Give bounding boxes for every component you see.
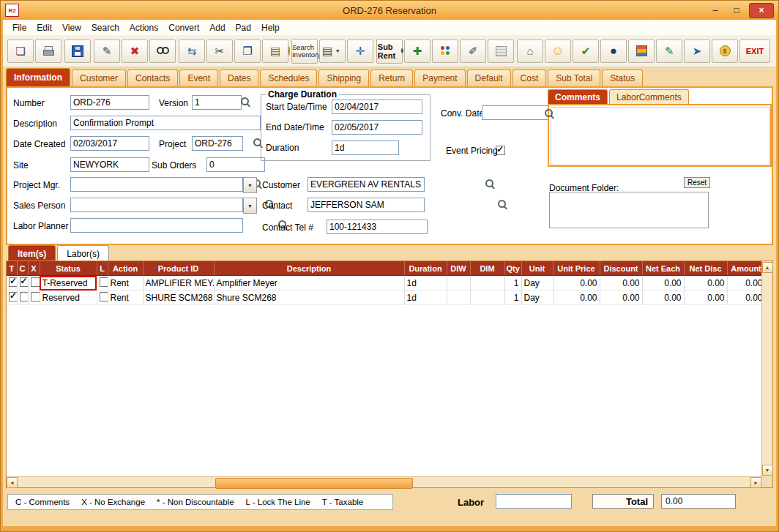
tab-shipping[interactable]: Shipping [318, 70, 369, 86]
col-duration[interactable]: Duration [404, 261, 447, 276]
tab-payment[interactable]: Payment [414, 70, 465, 86]
contact-tel-field[interactable] [327, 220, 428, 234]
menu-file[interactable]: File [9, 21, 33, 34]
tab-information[interactable]: Information [6, 68, 70, 86]
horizontal-scrollbar[interactable]: ◄ ► [7, 476, 761, 487]
project-mgr-field[interactable] [70, 177, 243, 192]
lock-line-checkbox[interactable] [100, 277, 108, 287]
edit-button[interactable]: ✎ [94, 40, 120, 63]
minimize-button[interactable]: – [707, 4, 724, 17]
no-exchange-checkbox[interactable] [31, 292, 40, 301]
menu-convert[interactable]: Convert [165, 21, 206, 34]
edit-line-button[interactable]: ✐ [460, 40, 486, 63]
item-row[interactable]: Reserved Rent SHURE SCM268 Shure SCM268 … [7, 291, 761, 305]
menu-pad[interactable]: Pad [232, 21, 258, 34]
comments-lookup-icon[interactable] [545, 109, 554, 119]
number-field[interactable] [70, 95, 149, 110]
tab-cost[interactable]: Cost [512, 70, 547, 86]
status-cell[interactable]: Reserved [40, 291, 97, 305]
site-field[interactable] [70, 157, 149, 172]
money-button[interactable] [712, 40, 738, 63]
duration-field[interactable] [332, 141, 399, 155]
col-amount[interactable]: Amount [727, 261, 761, 276]
col-unit-price[interactable]: Unit Price [553, 261, 600, 276]
comments-textarea[interactable] [551, 107, 770, 165]
labor-total-field[interactable] [496, 494, 572, 509]
end-date-field[interactable] [332, 120, 422, 135]
sub-orders-field[interactable] [206, 157, 265, 172]
contact-lookup-icon[interactable] [498, 200, 507, 209]
lock-line-checkbox[interactable] [100, 292, 108, 301]
col-lock[interactable]: L [97, 261, 108, 276]
menu-actions[interactable]: Actions [126, 21, 165, 34]
col-taxable[interactable]: T [7, 261, 17, 276]
reset-button[interactable]: Reset [684, 177, 710, 188]
tab-status[interactable]: Status [602, 70, 643, 86]
kit-button[interactable] [432, 40, 458, 63]
comments-checkbox[interactable] [20, 277, 29, 287]
convert-button[interactable]: ⇆ [179, 40, 205, 63]
col-diw[interactable]: DIW [447, 261, 470, 276]
tab-items[interactable]: Item(s) [8, 245, 56, 261]
taxable-checkbox[interactable] [9, 292, 17, 301]
globe-button[interactable]: ● [600, 40, 627, 63]
find-button[interactable] [149, 40, 176, 63]
tab-customer[interactable]: Customer [72, 70, 126, 86]
data-cube-button[interactable] [628, 40, 655, 63]
insert-item-button[interactable]: ✛ [347, 40, 373, 63]
grid-button[interactable] [488, 40, 514, 63]
col-comments[interactable]: C [17, 261, 28, 276]
scroll-up-icon[interactable]: ▲ [762, 262, 773, 273]
customer-service-button[interactable]: ☺ [545, 40, 571, 63]
item-row[interactable]: T-Reserved Rent AMPLIFIER MEY... Amplifi… [7, 276, 761, 291]
col-net-disc[interactable]: Net Disc [684, 261, 727, 276]
menu-add[interactable]: Add [206, 21, 231, 34]
tab-contacts[interactable]: Contacts [127, 70, 178, 86]
no-exchange-checkbox[interactable] [31, 277, 40, 287]
close-button[interactable]: × [749, 3, 774, 18]
notes-button[interactable]: ✎ [656, 40, 682, 63]
cut-button[interactable]: ✂ [206, 40, 233, 63]
col-unit[interactable]: Unit [521, 261, 553, 276]
tab-labor-comments[interactable]: LaborComments [609, 89, 689, 105]
search-inventory-button[interactable]: Search Inventory [291, 39, 318, 64]
menu-view[interactable]: View [59, 21, 88, 34]
sales-person-field[interactable] [70, 198, 243, 212]
tab-schedules[interactable]: Schedules [260, 70, 317, 86]
refresh-button[interactable]: ➤ [684, 40, 710, 63]
print-button[interactable] [35, 40, 61, 63]
transfer-button[interactable]: ⌂ [517, 40, 543, 63]
status-cell[interactable]: T-Reserved [40, 276, 97, 291]
col-product-id[interactable]: Product ID [143, 261, 214, 276]
customer-field[interactable] [308, 177, 425, 192]
paste-button[interactable]: ▤ [262, 40, 288, 63]
tab-subtotal[interactable]: Sub Total [548, 70, 600, 86]
tab-dates[interactable]: Dates [220, 70, 258, 86]
contact-field[interactable] [308, 198, 425, 212]
date-created-field[interactable] [70, 136, 149, 151]
version-lookup-icon[interactable] [241, 97, 250, 107]
col-qty[interactable]: Qty [504, 261, 521, 276]
vertical-scrollbar[interactable]: ▲ ▼ [761, 261, 772, 476]
version-field[interactable] [192, 95, 242, 110]
tab-return[interactable]: Return [370, 70, 413, 86]
exit-button[interactable]: EXIT [739, 40, 770, 63]
tab-default[interactable]: Default [467, 70, 511, 86]
delete-button[interactable]: ✖ [122, 40, 148, 63]
col-action[interactable]: Action [108, 261, 143, 276]
project-mgr-dropdown-button[interactable] [243, 177, 257, 193]
scroll-right-icon[interactable]: ► [750, 477, 761, 488]
col-discount[interactable]: Discount [600, 261, 642, 276]
scrollbar-thumb[interactable] [215, 478, 413, 489]
scroll-left-icon[interactable]: ◄ [7, 477, 18, 488]
sub-rent-button[interactable]: Sub Rent [376, 39, 403, 64]
menu-edit[interactable]: Edit [33, 21, 59, 34]
project-field[interactable] [192, 136, 243, 151]
col-no-exchange[interactable]: X [28, 261, 40, 276]
scrollbar-track[interactable] [18, 478, 750, 487]
comments-checkbox[interactable] [20, 292, 29, 301]
add-line-button[interactable]: ✚ [404, 40, 430, 63]
col-dim[interactable]: DIM [470, 261, 504, 276]
title-bar[interactable]: ORD-276 Reservation – □ × [1, 1, 778, 20]
sales-person-dropdown-button[interactable] [243, 198, 257, 214]
